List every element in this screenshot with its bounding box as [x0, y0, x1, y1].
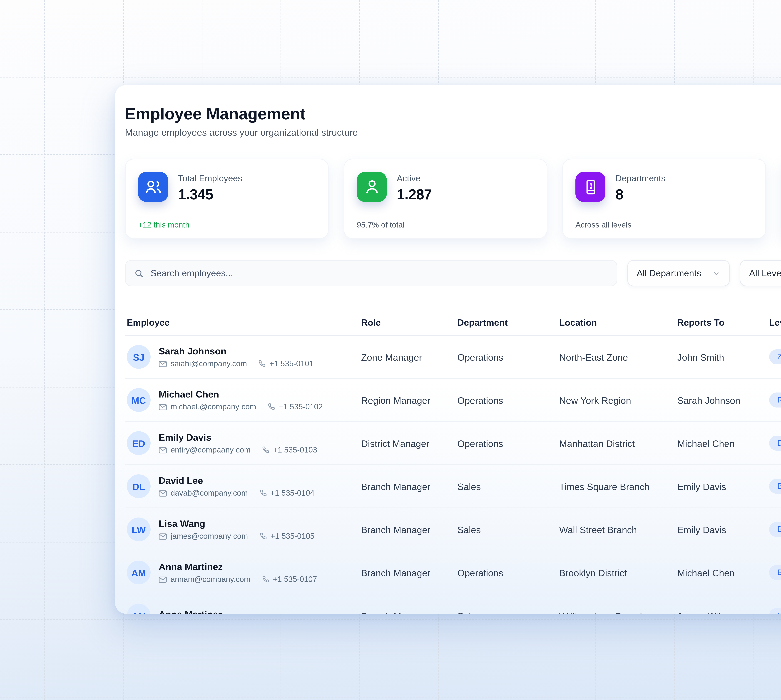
role-cell: District Manager [361, 438, 457, 448]
stat-label: Departments [615, 173, 666, 183]
department-cell: Sales [457, 610, 559, 614]
table-row[interactable]: AM Anna Martinez annam@company.com [125, 551, 781, 594]
table-body: SJ Sarah Johnson saiahi@company.com [125, 336, 781, 614]
employee-table: EmployeeRoleDepartmentLocationReports To… [125, 310, 781, 614]
level-badge: Branch [769, 479, 781, 494]
employee-phone: +1 535-0104 [270, 489, 315, 498]
table-row[interactable]: DL David Lee davab@company.com [125, 465, 781, 508]
level-filter-select[interactable]: All Levels [740, 260, 781, 286]
table-row[interactable]: SJ Sarah Johnson saiahi@company.com [125, 336, 781, 379]
role-cell: Region Manager [361, 395, 457, 405]
avatar: ED [127, 431, 151, 455]
employee-name: David Lee [159, 475, 315, 486]
location-cell: Wall Street Branch [559, 524, 677, 535]
column-header-level: Level [769, 318, 781, 328]
table-row[interactable]: LW Lisa Wang james@company com [125, 508, 781, 551]
role-cell: Branch Manager [361, 481, 457, 492]
stat-label: Total Employees [178, 173, 242, 183]
users-icon [138, 172, 168, 202]
mail-icon [159, 447, 167, 453]
level-badge: Zone [769, 349, 781, 364]
employee-name: Anna Martinez [159, 561, 317, 572]
employee-name: Michael Chen [159, 389, 323, 400]
reports-to-cell: Sarah Johnson [677, 395, 769, 405]
column-header-reports-to: Reports To [677, 318, 769, 328]
role-cell: Branch Manager [361, 610, 457, 614]
employee-name: Sarah Johnson [159, 346, 313, 357]
department-cell: Operations [457, 567, 559, 578]
column-header-employee: Employee [127, 318, 361, 328]
location-cell: North-East Zone [559, 352, 677, 362]
mail-icon [159, 360, 167, 367]
column-header-department: Department [457, 318, 559, 328]
column-header-location: Location [559, 318, 677, 328]
page-subtitle: Manage employees across your organizatio… [125, 126, 781, 139]
location-cell: Williamsburg Branch [559, 610, 677, 614]
employee-email: saiahi@company.com [171, 359, 247, 368]
stat-cards-row: Total Employees 1.345 +12 this month Act… [125, 159, 781, 239]
location-cell: Manhattan District [559, 438, 677, 448]
search-input-wrap[interactable] [125, 260, 617, 286]
stat-card: Departments 8 Across all levels [562, 159, 766, 239]
phone-icon [259, 532, 266, 540]
mail-icon [159, 403, 167, 410]
stat-value: 1.287 [397, 186, 432, 203]
reports-to-cell: Emily Davis [677, 481, 769, 492]
stat-note: +12 this month [138, 221, 190, 229]
avatar: LW [127, 518, 151, 541]
department-cell: Sales [457, 481, 559, 492]
employee-email: michael.@company com [171, 402, 256, 411]
phone-icon [267, 403, 275, 411]
location-cell: Times Square Branch [559, 481, 677, 492]
phone-icon [261, 576, 269, 583]
chevron-down-icon [712, 269, 720, 277]
department-filter-select[interactable]: All Departments [627, 260, 730, 286]
employee-email: james@company com [171, 532, 248, 541]
table-row[interactable]: ED Emily Davis entiry@compaany com [125, 422, 781, 465]
employee-phone: +1 535-0107 [273, 575, 317, 584]
employee-email: entiry@compaany com [171, 446, 251, 454]
department-cell: Sales [457, 524, 559, 535]
employee-phone: +1 535-0101 [270, 359, 313, 368]
avatar: AN [127, 604, 151, 614]
stat-card: Active 1.287 95.7% of total [344, 159, 547, 239]
employee-management-panel: Employee Management Manage employees acr… [115, 85, 781, 614]
stat-note: 95.7% of total [357, 221, 405, 229]
search-input[interactable] [149, 268, 608, 279]
table-row[interactable]: MC Michael Chen michael.@company com [125, 379, 781, 422]
mail-icon [159, 490, 167, 497]
table-row[interactable]: AN Anna Martinez [125, 594, 781, 614]
employee-email: davab@company.com [171, 489, 248, 498]
employee-phone: +1 535-0105 [270, 532, 315, 541]
department-cell: Operations [457, 352, 559, 362]
search-icon [134, 268, 144, 278]
phone-icon [259, 489, 266, 497]
stat-note: Across all levels [575, 221, 631, 229]
stat-value: 8 [615, 186, 666, 203]
building-icon [575, 172, 605, 202]
mail-icon [159, 576, 167, 583]
location-cell: Brooklyn District [559, 567, 677, 578]
avatar: DL [127, 474, 151, 498]
level-badge: Branch [769, 522, 781, 537]
table-header-row: EmployeeRoleDepartmentLocationReports To… [125, 310, 781, 336]
reports-to-cell: Emily Davis [677, 524, 769, 535]
reports-to-cell: Michael Chen [677, 438, 769, 448]
reports-to-cell: Michael Chen [677, 567, 769, 578]
user-icon [357, 172, 387, 202]
avatar: AM [127, 561, 151, 584]
employee-name: Lisa Wang [159, 518, 315, 529]
toolbar: All Departments All Levels + Add Employe [125, 260, 781, 286]
level-badge: Region [769, 392, 781, 408]
employee-email: annam@company.com [171, 575, 250, 584]
phone-icon [258, 360, 266, 368]
department-filter-value: All Departments [637, 268, 701, 278]
column-header-role: Role [361, 318, 457, 328]
avatar: MC [127, 388, 151, 412]
phone-icon [262, 446, 269, 454]
employee-name: Emily Davis [159, 432, 317, 443]
role-cell: Branch Manager [361, 524, 457, 535]
role-cell: Zone Manager [361, 352, 457, 362]
level-filter-value: All Levels [749, 268, 781, 278]
level-badge: Branch [769, 608, 781, 614]
